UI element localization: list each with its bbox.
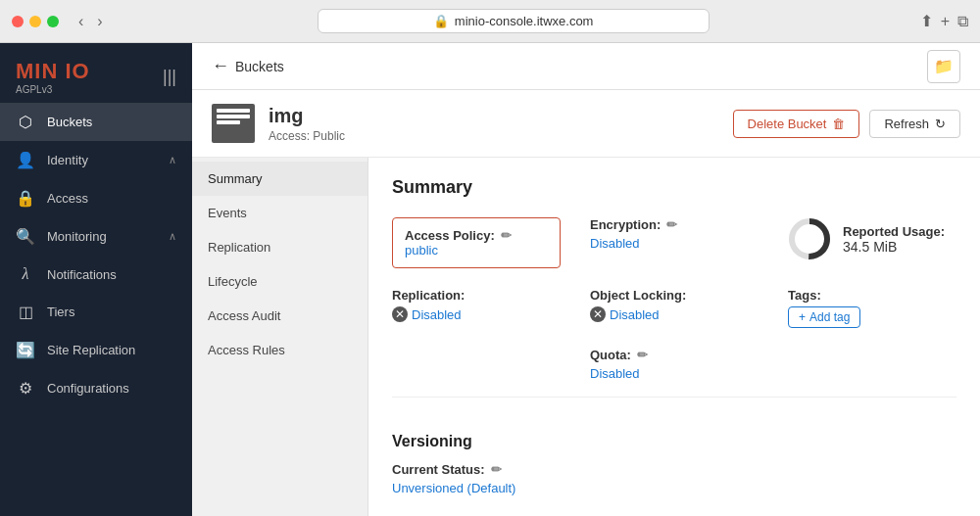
breadcrumb-label: Buckets (235, 59, 284, 74)
reported-usage-item: Reported Usage: 34.5 MiB (788, 217, 956, 268)
summary-grid: Access Policy: ✏ public Encryption: (392, 217, 956, 381)
sidebar-item-label-buckets: Buckets (47, 115, 176, 129)
tags-label: Tags: (788, 288, 956, 303)
encryption-edit-icon[interactable]: ✏ (666, 217, 677, 232)
left-nav-label-events: Events (208, 206, 247, 220)
quota-edit-icon[interactable]: ✏ (637, 348, 648, 362)
refresh-button[interactable]: Refresh ↻ (869, 110, 960, 138)
access-policy-edit-icon[interactable]: ✏ (501, 228, 512, 243)
bucket-access-label: Access: Public (269, 129, 345, 143)
sidebar-item-identity[interactable]: 👤 Identity ∧ (0, 141, 192, 179)
replication-status: ✕ Disabled (392, 306, 561, 322)
left-nav-item-summary[interactable]: Summary (192, 162, 368, 196)
sidebar-item-label-access: Access (47, 191, 176, 206)
sidebar-item-access[interactable]: 🔒 Access (0, 179, 192, 217)
new-tab-button[interactable]: + (941, 12, 950, 30)
reported-usage-value: 34.5 MiB (843, 239, 945, 255)
url-text: minio-console.itwxe.com (455, 14, 594, 28)
current-status-value: Unversioned (Default) (392, 481, 956, 495)
panel-title: Summary (392, 177, 956, 198)
encryption-item: Encryption: ✏ Disabled (590, 217, 759, 268)
monitoring-icon: 🔍 (16, 227, 35, 246)
main-content: ← Buckets 📁 img Access: Public (192, 43, 980, 516)
access-policy-box: Access Policy: ✏ public (392, 217, 561, 268)
usage-chart (788, 217, 831, 260)
object-locking-disabled-link[interactable]: Disabled (610, 307, 660, 322)
sidebar-item-monitoring[interactable]: 🔍 Monitoring ∧ (0, 217, 192, 256)
sidebar-item-notifications[interactable]: λ Notifications (0, 256, 192, 293)
sidebar-item-label-notifications: Notifications (47, 267, 176, 282)
replication-item: Replication: ✕ Disabled (392, 288, 561, 328)
maximize-button[interactable] (47, 16, 59, 27)
current-status-edit-icon[interactable]: ✏ (491, 462, 502, 477)
bucket-header-buttons: Delete Bucket 🗑 Refresh ↻ (733, 110, 960, 138)
address-bar[interactable]: 🔒 minio-console.itwxe.com (318, 9, 710, 33)
plus-icon: + (799, 310, 806, 324)
current-status-item: Current Status: ✏ Unversioned (Default) (392, 462, 956, 495)
bucket-icon (212, 104, 255, 143)
main-panel: Summary Access Policy: ✏ public (368, 158, 980, 516)
extensions-button[interactable]: ⧉ (957, 12, 968, 30)
sidebar-item-label-identity: Identity (47, 153, 157, 167)
object-locking-label: Object Locking: (590, 288, 759, 303)
left-nav-label-summary: Summary (208, 171, 263, 186)
back-button[interactable]: ‹ (74, 11, 87, 32)
tiers-icon: ◫ (16, 303, 35, 321)
sidebar-item-tiers[interactable]: ◫ Tiers (0, 293, 192, 331)
replication-disabled-link[interactable]: Disabled (412, 307, 462, 322)
object-locking-item: Object Locking: ✕ Disabled (590, 288, 759, 328)
left-nav-label-replication: Replication (208, 240, 270, 255)
left-nav-label-access-rules: Access Rules (208, 343, 285, 357)
usage-info: Reported Usage: 34.5 MiB (843, 224, 945, 255)
left-nav-item-access-rules[interactable]: Access Rules (192, 333, 368, 367)
sidebar-item-configurations[interactable]: ⚙ Configurations (0, 369, 192, 407)
site-replication-icon: 🔄 (16, 341, 35, 359)
quota-value: Disabled (590, 366, 759, 381)
left-nav: Summary Events Replication Lifecycle Acc… (192, 158, 368, 516)
quota-item: Quota: ✏ Disabled (590, 348, 759, 381)
encryption-disabled-link[interactable]: Disabled (590, 236, 640, 251)
identity-arrow: ∧ (169, 154, 176, 166)
minimize-button[interactable] (29, 16, 41, 27)
sidebar-item-label-configurations: Configurations (47, 381, 176, 396)
share-button[interactable]: ⬆ (920, 12, 933, 30)
buckets-icon: ⬡ (16, 113, 35, 131)
current-status-label: Current Status: ✏ (392, 462, 956, 477)
left-nav-item-lifecycle[interactable]: Lifecycle (192, 264, 368, 299)
topbar-actions: 📁 (927, 50, 960, 83)
forward-button[interactable]: › (93, 11, 106, 32)
bucket-info: img Access: Public (212, 104, 345, 143)
current-status-link[interactable]: Unversioned (Default) (392, 481, 515, 495)
menu-icon[interactable]: ||| (163, 67, 176, 87)
delete-bucket-button[interactable]: Delete Bucket 🗑 (733, 110, 860, 138)
sidebar: MIN IO AGPLv3 ||| ⬡ Buckets 👤 Identity ∧… (0, 43, 192, 516)
bucket-details: img Access: Public (269, 105, 345, 143)
access-policy-link[interactable]: public (405, 243, 438, 258)
back-arrow-icon[interactable]: ← (212, 56, 229, 76)
object-locking-disabled-icon: ✕ (590, 306, 606, 322)
sidebar-item-label-site-replication: Site Replication (47, 343, 176, 357)
add-tag-button[interactable]: + Add tag (788, 306, 860, 328)
left-nav-label-lifecycle: Lifecycle (208, 274, 258, 289)
quota-label: Quota: ✏ (590, 348, 759, 362)
browser-chrome: ‹ › 🔒 minio-console.itwxe.com ⬆ + ⧉ (0, 0, 980, 43)
sidebar-item-site-replication[interactable]: 🔄 Site Replication (0, 331, 192, 369)
app: MIN IO AGPLv3 ||| ⬡ Buckets 👤 Identity ∧… (0, 43, 980, 516)
logo-sub: AGPLv3 (16, 84, 90, 95)
refresh-label: Refresh (884, 117, 929, 131)
content-area: Summary Events Replication Lifecycle Acc… (192, 158, 980, 516)
versioning-section: Versioning Current Status: ✏ Unversioned… (392, 397, 956, 495)
quota-disabled-link[interactable]: Disabled (590, 366, 640, 381)
browser-controls: ‹ › (74, 11, 107, 32)
refresh-icon: ↻ (935, 117, 946, 131)
left-nav-item-replication[interactable]: Replication (192, 230, 368, 264)
sidebar-item-buckets[interactable]: ⬡ Buckets (0, 103, 192, 141)
close-button[interactable] (12, 16, 24, 27)
topbar: ← Buckets 📁 (192, 43, 980, 90)
folder-icon: 📁 (934, 57, 954, 75)
left-nav-item-access-audit[interactable]: Access Audit (192, 299, 368, 333)
folder-button[interactable]: 📁 (927, 50, 960, 83)
reported-usage-label: Reported Usage: (843, 224, 945, 239)
monitoring-arrow: ∧ (169, 230, 176, 243)
left-nav-item-events[interactable]: Events (192, 196, 368, 230)
